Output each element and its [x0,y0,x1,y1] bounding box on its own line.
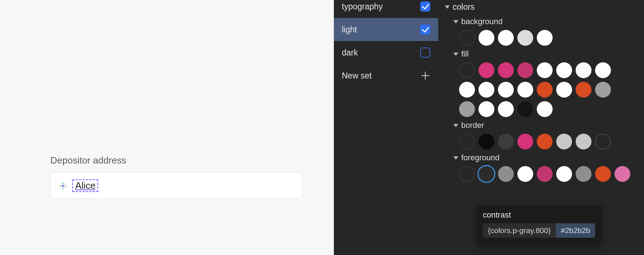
color-swatch[interactable] [576,82,591,98]
checkbox-icon[interactable] [420,24,430,35]
token-group-foreground: foreground [453,153,638,182]
color-swatch[interactable] [479,82,494,98]
color-swatch[interactable] [498,166,514,182]
svg-point-0 [62,185,64,187]
swatch-row [459,62,614,117]
themeset-label: typography [342,2,383,12]
token-group-background: background [453,17,638,46]
color-swatch[interactable] [576,134,591,149]
tree-root-colors[interactable]: colors [445,2,638,12]
group-label: border [461,121,484,130]
add-token-slot[interactable] [459,30,475,46]
color-swatch[interactable] [517,134,533,149]
color-swatch[interactable] [537,82,553,98]
themeset-item-typography[interactable]: typography [334,0,438,18]
color-swatch[interactable] [556,82,572,98]
color-swatch[interactable] [479,62,494,78]
add-token-slot[interactable] [459,62,475,78]
themeset-new-label: New set [342,71,372,81]
color-swatch[interactable] [498,82,514,98]
svg-point-1 [62,182,64,184]
themeset-item-light[interactable]: light [334,18,438,41]
group-header[interactable]: foreground [453,153,638,162]
swatch-row [459,30,614,46]
add-token-slot[interactable] [459,166,475,182]
color-swatch[interactable] [479,134,494,149]
group-label: fill [461,49,469,59]
inspector-panel: typography light dark New set colors [334,0,644,255]
color-swatch[interactable] [517,82,533,98]
depositor-address-value[interactable]: Alice [72,179,98,192]
color-swatch[interactable] [498,62,514,78]
color-swatch[interactable] [517,62,533,78]
themeset-item-dark[interactable]: dark [334,41,438,64]
color-swatch[interactable] [537,134,553,149]
color-swatch[interactable] [556,62,572,78]
color-swatch[interactable] [556,134,572,149]
chevron-down-icon [453,156,458,160]
group-header[interactable]: fill [453,49,638,59]
color-swatch[interactable] [614,166,630,182]
color-swatch[interactable] [595,62,611,78]
group-label: foreground [461,153,499,162]
group-header[interactable]: border [453,121,638,130]
swatch-row [459,134,614,149]
chevron-down-icon [453,53,458,56]
token-group-border: border [453,121,638,149]
tooltip-reference: {colors.p-gray.800} [483,223,556,238]
color-swatch[interactable] [498,134,514,149]
depositor-address-field[interactable]: Alice [50,173,302,199]
color-swatch[interactable] [517,30,533,46]
checkbox-icon[interactable] [420,48,430,58]
identity-icon [59,182,67,190]
form-group-depositor: Depositor address Alice [50,155,302,199]
svg-point-6 [64,183,65,184]
token-group-fill: fill [453,49,638,117]
color-swatch[interactable] [537,30,553,46]
chevron-down-icon [445,5,450,9]
token-tree: colors background fill [438,0,644,255]
svg-point-5 [60,183,62,184]
color-swatch[interactable] [479,30,494,46]
color-swatch[interactable] [576,166,591,182]
plus-icon[interactable] [420,71,430,81]
color-swatch[interactable] [498,101,514,117]
tooltip-value-row: {colors.p-gray.800} #2b2b2b [483,223,595,238]
chevron-down-icon [453,20,458,23]
themeset-label: dark [342,48,358,58]
themeset-list: typography light dark New set [334,0,438,255]
chevron-down-icon [453,124,458,127]
color-swatch[interactable] [517,101,533,117]
color-swatch[interactable] [479,166,494,182]
svg-point-4 [65,185,67,187]
group-header[interactable]: background [453,17,638,26]
color-swatch[interactable] [595,134,611,149]
color-swatch[interactable] [595,82,611,98]
tooltip-resolved-value: #2b2b2b [556,223,595,238]
color-swatch[interactable] [595,166,611,182]
color-swatch[interactable] [479,101,494,117]
tooltip-title: contrast [483,210,595,220]
form-label: Depositor address [50,155,302,166]
color-swatch[interactable] [459,101,475,117]
color-swatch[interactable] [517,166,533,182]
color-swatch[interactable] [537,166,553,182]
color-swatch[interactable] [537,101,553,117]
themeset-label: light [342,25,357,35]
token-tooltip: contrast {colors.p-gray.800} #2b2b2b [476,205,602,244]
svg-point-8 [64,187,65,188]
color-swatch[interactable] [459,82,475,98]
color-swatch[interactable] [556,166,572,182]
swatch-row [459,166,638,182]
group-label: background [461,17,503,26]
themeset-new[interactable]: New set [334,64,438,87]
color-swatch[interactable] [576,62,591,78]
svg-point-3 [60,185,61,187]
color-swatch[interactable] [498,30,514,46]
color-swatch[interactable] [537,62,553,78]
checkbox-icon[interactable] [420,1,430,12]
canvas-panel: Depositor address Alice [0,0,334,255]
add-token-slot[interactable] [459,134,475,149]
svg-point-7 [60,187,62,188]
tree-root-label: colors [453,2,475,12]
